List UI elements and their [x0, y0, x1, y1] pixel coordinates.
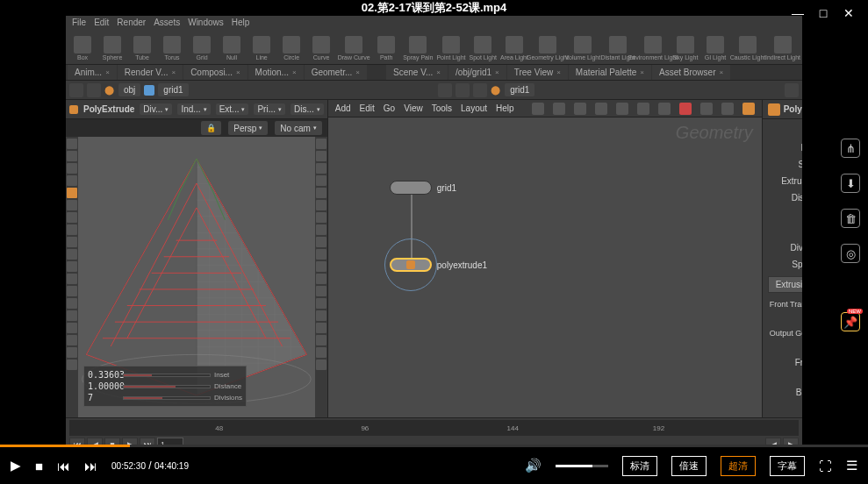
tool-icon[interactable]	[67, 237, 77, 247]
download-icon[interactable]: ⬇	[841, 174, 860, 193]
menu-add[interactable]: Add	[335, 103, 351, 113]
menu-help[interactable]: Help	[496, 103, 514, 113]
path-segment[interactable]: grid1	[505, 83, 534, 96]
subtitle-button[interactable]: 字幕	[770, 456, 805, 476]
shelf-torus[interactable]: Torus	[159, 33, 185, 63]
tool-icon[interactable]	[67, 335, 77, 345]
path-segment[interactable]: grid1	[158, 83, 188, 96]
menu-item[interactable]: Edit	[91, 18, 111, 30]
play-pause-button[interactable]: ▶	[11, 458, 21, 473]
delete-icon[interactable]: 🗑	[841, 209, 860, 228]
shelf-spot-light[interactable]: Spot Light	[470, 33, 498, 63]
shelf-gi-light[interactable]: GI Light	[702, 33, 728, 63]
net-tool-icon[interactable]	[700, 103, 713, 115]
pane-tab[interactable]: /obj/grid1 ×	[448, 65, 506, 80]
scale-tool[interactable]	[67, 175, 77, 186]
shelf-null[interactable]: Null	[219, 33, 245, 63]
display-tool[interactable]	[316, 139, 326, 149]
shelf-environment-light[interactable]: Environment Light	[637, 33, 669, 63]
shelf-box[interactable]: Box	[69, 33, 96, 63]
shelf-tube[interactable]: Tube	[129, 33, 155, 63]
vp-dropdown[interactable]: Ext...▾	[216, 103, 249, 115]
nav-back-button[interactable]	[69, 83, 83, 97]
net-tool-icon[interactable]	[721, 103, 734, 115]
nav-btn[interactable]	[438, 83, 452, 97]
close-button[interactable]: ✕	[843, 7, 855, 19]
shelf-line[interactable]: Line	[248, 33, 275, 63]
maximize-button[interactable]: □	[817, 7, 829, 19]
pane-tab[interactable]: Geometr... ×	[305, 65, 367, 80]
shelf-grid[interactable]: Grid	[189, 33, 215, 63]
menu-item[interactable]: Help	[229, 18, 253, 30]
tool-icon[interactable]	[67, 323, 77, 333]
net-tool-icon[interactable]	[658, 103, 671, 115]
pin-button[interactable]	[785, 83, 799, 97]
tool-icon[interactable]	[67, 298, 77, 309]
net-tool-icon[interactable]	[574, 103, 586, 115]
shelf-circle[interactable]: Circle	[278, 33, 305, 63]
menu-go[interactable]: Go	[384, 103, 395, 113]
display-tool[interactable]	[316, 298, 326, 309]
shelf-curve[interactable]: Curve	[308, 33, 334, 63]
tool-icon[interactable]	[67, 212, 77, 223]
display-tool[interactable]	[316, 323, 326, 333]
move-tool[interactable]	[67, 151, 77, 161]
shelf-spray-pain[interactable]: Spray Pain	[403, 33, 433, 63]
menu-item[interactable]: File	[69, 18, 89, 30]
display-tool[interactable]	[316, 335, 326, 345]
shelf-indirect-light[interactable]: Indirect Light	[767, 33, 799, 63]
vp-dropdown[interactable]: Ind...▾	[177, 103, 210, 115]
record-icon[interactable]: ◎	[841, 244, 860, 263]
handle-tool[interactable]	[67, 188, 77, 198]
shelf-geometry-light[interactable]: Geometry Light	[532, 33, 563, 63]
prev-button[interactable]: ⏮	[57, 459, 70, 473]
net-tool-icon[interactable]	[532, 103, 544, 115]
camera-dropdown[interactable]: Persp▾	[228, 121, 268, 135]
nav-fwd-button[interactable]	[87, 83, 101, 97]
tool-icon[interactable]	[67, 274, 77, 284]
network-canvas[interactable]: Geometry grid1 polyextrude1	[328, 117, 762, 417]
pane-tab[interactable]: Anim... ×	[68, 65, 117, 80]
tool-icon[interactable]	[67, 286, 77, 296]
display-tool[interactable]	[316, 286, 326, 296]
3d-viewport[interactable]: 0.33603Inset1.00000Distance7Divisions	[78, 137, 315, 417]
pane-tab[interactable]: Motion... ×	[248, 65, 304, 80]
tool-icon[interactable]	[67, 224, 77, 235]
tool-icon[interactable]	[67, 200, 77, 210]
display-tool[interactable]	[316, 224, 326, 235]
display-tool[interactable]	[316, 274, 326, 284]
playlist-button[interactable]: ☰	[846, 458, 857, 473]
menu-item[interactable]: Windows	[185, 18, 226, 30]
menu-view[interactable]: View	[404, 103, 423, 113]
menu-item[interactable]: Assets	[151, 18, 183, 30]
shelf-draw-curve[interactable]: Draw Curve	[338, 33, 369, 63]
display-tool[interactable]	[316, 310, 326, 321]
shelf-path[interactable]: Path	[373, 33, 399, 63]
net-tool-icon[interactable]	[616, 103, 628, 115]
shelf-sky-light[interactable]: Sky Light	[672, 33, 699, 63]
pane-tab[interactable]: Render V... ×	[118, 65, 183, 80]
path-segment[interactable]: obj	[118, 83, 140, 96]
share-icon[interactable]: ⋔	[841, 139, 860, 158]
stop-button[interactable]: ■	[35, 459, 43, 473]
display-tool[interactable]	[316, 237, 326, 247]
nav-btn[interactable]	[473, 83, 487, 97]
pane-tab[interactable]: Scene V... ×	[386, 65, 448, 80]
net-help-icon[interactable]	[742, 103, 755, 115]
camera-dropdown[interactable]: No cam▾	[275, 121, 321, 135]
net-tool-icon[interactable]	[553, 103, 565, 115]
vp-dropdown[interactable]: Pri...▾	[254, 103, 285, 115]
rotate-tool[interactable]	[67, 163, 77, 174]
display-tool[interactable]	[316, 188, 326, 198]
shelf-volume-light[interactable]: Volume Light	[567, 33, 599, 63]
speed-button[interactable]: 倍速	[671, 456, 707, 476]
nav-btn[interactable]	[456, 83, 470, 97]
shelf-area-light[interactable]: Area Light	[500, 33, 528, 63]
net-tool-icon[interactable]	[679, 103, 692, 115]
select-tool[interactable]	[67, 139, 77, 149]
lock-toggle[interactable]: 🔒	[201, 121, 221, 135]
menu-tools[interactable]: Tools	[432, 103, 452, 113]
tool-icon[interactable]	[67, 347, 77, 358]
display-tool[interactable]	[316, 163, 326, 174]
menu-item[interactable]: Render	[114, 18, 148, 30]
